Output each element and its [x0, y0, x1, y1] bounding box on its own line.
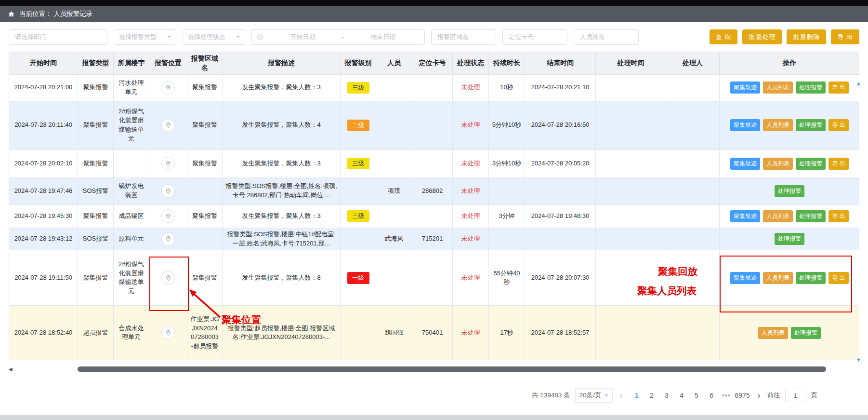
- table-row: 2024-07-28 18:52:40超员报警合成水处理单元作业票:JGJXN2…: [9, 306, 860, 360]
- location-button[interactable]: [161, 184, 175, 198]
- page-number[interactable]: 4: [674, 392, 689, 399]
- cell-start-time: 2024-07-28 18:52:40: [9, 306, 78, 360]
- action-track-button[interactable]: 聚集轨迹: [730, 210, 760, 222]
- cell-area-name: [187, 228, 223, 250]
- batch-delete-button[interactable]: 批量删除: [787, 29, 826, 44]
- cell-handler: [666, 228, 720, 250]
- location-button[interactable]: [161, 232, 175, 246]
- location-button[interactable]: [161, 326, 175, 339]
- action-track-button[interactable]: 聚集轨迹: [730, 119, 760, 131]
- cell-level: [341, 228, 376, 250]
- card-number-input[interactable]: [502, 29, 567, 45]
- action-handle-button[interactable]: 处理报警: [791, 327, 821, 339]
- area-name-input[interactable]: [431, 29, 496, 45]
- status-unhandled: 未处理: [461, 121, 480, 128]
- alarm-type-select[interactable]: 选择报警类型: [114, 29, 176, 45]
- horizontal-scrollbar-thumb[interactable]: [78, 366, 826, 372]
- page-number[interactable]: 5: [689, 392, 704, 399]
- action-people-button[interactable]: 人员列表: [763, 119, 793, 131]
- location-pin-icon: [165, 213, 171, 219]
- cell-building: 2#粉煤气化装置磨煤输送单元: [114, 101, 149, 149]
- page-size-select[interactable]: 20条/页: [575, 388, 613, 403]
- page-number[interactable]: 3: [659, 392, 674, 399]
- action-handle-button[interactable]: 处理报警: [796, 210, 826, 222]
- action-export-button[interactable]: 导 出: [829, 210, 848, 222]
- alarm-type-placeholder: 选择报警类型: [119, 33, 157, 41]
- page-number[interactable]: 1: [629, 392, 644, 399]
- cell-duration: [489, 177, 525, 204]
- pagination-ellipsis[interactable]: •••: [719, 392, 734, 399]
- action-export-button[interactable]: 导 出: [829, 81, 848, 94]
- cell-start-time: 2024-07-28 19:11:50: [9, 250, 78, 306]
- cell-handle-time: [596, 74, 666, 101]
- action-track-button[interactable]: 聚集轨迹: [730, 272, 760, 284]
- cell-area-name: 聚集报警: [187, 250, 223, 306]
- scroll-up-arrow-icon[interactable]: ▲: [856, 81, 861, 86]
- action-people-button[interactable]: 人员列表: [763, 210, 793, 222]
- page-number[interactable]: 6975: [734, 392, 750, 399]
- table-row: 2024-07-28 20:11:40聚集报警2#粉煤气化装置磨煤输送单元聚集报…: [9, 101, 860, 149]
- action-track-button[interactable]: 聚集轨迹: [730, 81, 760, 94]
- batch-process-button[interactable]: 批量处理: [742, 29, 782, 44]
- cell-duration: 5分钟10秒: [489, 101, 525, 149]
- location-pin-icon: [165, 122, 171, 128]
- cell-handle-time: [596, 306, 666, 360]
- action-people-button[interactable]: 人员列表: [763, 272, 793, 284]
- clock-icon: [257, 34, 263, 41]
- cell-description: 发生聚集报警，聚集人数：8: [223, 250, 341, 306]
- action-people-button[interactable]: 人员列表: [763, 81, 793, 94]
- page-number[interactable]: 6: [704, 392, 719, 399]
- cell-building: 锅炉发电装置: [114, 177, 149, 204]
- cell-building: 2#粉煤气化装置磨煤输送单元: [114, 250, 149, 306]
- cell-handle-time: [596, 228, 666, 250]
- action-handle-button[interactable]: 处理报警: [775, 233, 804, 245]
- scroll-down-arrow-icon[interactable]: ▼: [856, 357, 861, 363]
- cell-location: [149, 74, 187, 101]
- cell-description: 发生聚集报警，聚集人数：4: [223, 101, 341, 149]
- location-button[interactable]: [161, 209, 175, 223]
- department-select-input[interactable]: [9, 29, 107, 45]
- column-header: 报警位置: [149, 52, 187, 75]
- cell-status: 未处理: [453, 306, 489, 360]
- action-handle-button[interactable]: 处理报警: [796, 119, 826, 131]
- scroll-left-arrow-icon[interactable]: ◀: [9, 366, 13, 372]
- table-row: 2024-07-28 19:11:50聚集报警2#粉煤气化装置磨煤输送单元聚集报…: [9, 250, 860, 306]
- location-pin-icon: [165, 188, 171, 194]
- cell-alarm-type: SOS报警: [78, 228, 114, 250]
- prev-page-button[interactable]: ‹: [618, 391, 624, 401]
- cell-building: 污水处理单元: [114, 74, 149, 101]
- action-people-button[interactable]: 人员列表: [758, 327, 788, 339]
- level-badge: 二级: [347, 120, 369, 131]
- action-handle-button[interactable]: 处理报警: [775, 185, 804, 197]
- next-page-button[interactable]: ›: [756, 391, 763, 401]
- cell-duration: [489, 228, 525, 250]
- action-track-button[interactable]: 聚集轨迹: [730, 158, 760, 170]
- cell-end-time: 2024-07-28 19:48:30: [525, 204, 596, 228]
- action-handle-button[interactable]: 处理报警: [796, 81, 826, 94]
- action-people-button[interactable]: 人员列表: [763, 158, 793, 170]
- date-range-picker[interactable]: 开始日期 - 结束日期: [251, 29, 425, 45]
- goto-page-input[interactable]: [785, 389, 806, 402]
- column-header: 操作: [720, 52, 860, 75]
- column-header: 处理状态: [453, 52, 489, 75]
- location-button[interactable]: [161, 119, 175, 132]
- action-export-button[interactable]: 导 出: [829, 119, 848, 131]
- action-export-button[interactable]: 导 出: [829, 158, 848, 170]
- search-button[interactable]: 查 询: [710, 29, 738, 44]
- cell-level: 三级: [341, 204, 376, 228]
- person-name-input[interactable]: [574, 29, 639, 45]
- cell-handler: [666, 204, 720, 228]
- process-status-select[interactable]: 选择处理状态: [183, 29, 245, 45]
- cell-actions: 人员列表处理报警: [720, 306, 860, 360]
- action-handle-button[interactable]: 处理报警: [796, 272, 826, 284]
- table-head: 开始时间报警类型所属楼宇报警位置报警区域名报警描述报警级别人员定位卡号处理状态持…: [9, 52, 860, 75]
- action-export-button[interactable]: 导 出: [829, 272, 848, 284]
- location-button[interactable]: [161, 81, 175, 95]
- export-button[interactable]: 导 出: [831, 29, 859, 44]
- column-header: 处理人: [666, 52, 720, 75]
- action-handle-button[interactable]: 处理报警: [796, 158, 826, 170]
- cell-start-time: 2024-07-28 20:11:40: [9, 101, 78, 149]
- page-number[interactable]: 2: [644, 392, 659, 399]
- location-button[interactable]: [161, 271, 175, 285]
- location-button[interactable]: [161, 157, 175, 170]
